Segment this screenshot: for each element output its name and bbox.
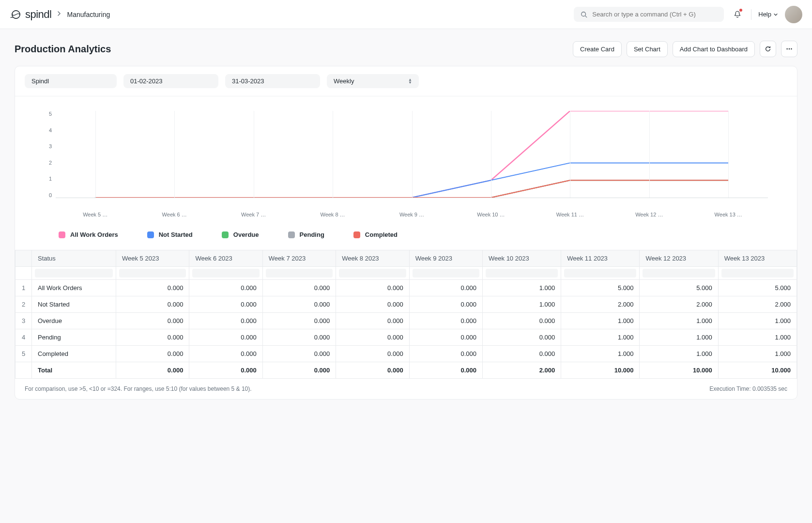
data-cell[interactable]: 1.000 <box>718 346 797 362</box>
table-header-cell[interactable]: Week 5 2023 <box>116 250 189 267</box>
table-filter-cell[interactable] <box>336 267 409 280</box>
data-cell[interactable]: 1.000 <box>483 280 561 296</box>
data-cell[interactable]: 2.000 <box>718 296 797 313</box>
company-filter[interactable]: Spindl <box>25 74 117 88</box>
svg-point-1 <box>582 12 586 16</box>
data-cell[interactable]: 0.000 <box>483 329 561 346</box>
data-cell[interactable]: 0.000 <box>262 329 336 346</box>
data-cell[interactable]: 0.000 <box>116 346 189 362</box>
data-cell[interactable]: 1.000 <box>483 296 561 313</box>
data-cell[interactable]: 1.000 <box>561 313 640 329</box>
refresh-button[interactable] <box>760 41 776 57</box>
table-header-cell[interactable]: Week 11 2023 <box>561 250 640 267</box>
data-cell[interactable]: 0.000 <box>409 329 482 346</box>
data-cell[interactable]: 0.000 <box>189 296 262 313</box>
table-header-cell[interactable]: Week 13 2023 <box>718 250 797 267</box>
data-cell[interactable]: 1.000 <box>718 329 797 346</box>
data-cell[interactable]: 0.000 <box>262 296 336 313</box>
data-cell[interactable]: 1.000 <box>640 346 718 362</box>
data-cell[interactable]: 0.000 <box>116 296 189 313</box>
breadcrumb-manufacturing[interactable]: Manufacturing <box>67 11 110 18</box>
table-filter-cell[interactable] <box>483 267 561 280</box>
legend-item[interactable]: Completed <box>353 231 398 238</box>
data-cell[interactable]: 0.000 <box>409 346 482 362</box>
data-cell[interactable]: 0.000 <box>483 346 561 362</box>
legend-item[interactable]: Pending <box>288 231 324 238</box>
data-cell[interactable]: 0.000 <box>336 329 409 346</box>
table-row: 2Not Started0.0000.0000.0000.0000.0001.0… <box>15 296 797 313</box>
to-date-filter[interactable]: 31-03-2023 <box>225 74 320 88</box>
data-cell[interactable]: 0.000 <box>262 346 336 362</box>
data-cell[interactable]: 5.000 <box>561 280 640 296</box>
data-cell[interactable]: 0.000 <box>409 296 482 313</box>
data-cell[interactable]: 1.000 <box>640 313 718 329</box>
table-header-cell[interactable]: Week 9 2023 <box>409 250 482 267</box>
data-cell[interactable]: 2.000 <box>640 296 718 313</box>
logo-area[interactable]: spindl <box>10 8 51 21</box>
status-cell[interactable]: Completed <box>32 346 116 362</box>
data-cell[interactable]: 5.000 <box>640 280 718 296</box>
search-icon <box>581 11 587 18</box>
x-tick: Week 6 … <box>135 212 214 217</box>
search-box[interactable] <box>574 7 724 22</box>
legend-label: All Work Orders <box>70 231 118 238</box>
table-header-cell[interactable]: Week 7 2023 <box>262 250 336 267</box>
create-card-button[interactable]: Create Card <box>573 41 622 57</box>
period-filter[interactable]: Weekly ▲▼ <box>327 74 419 88</box>
status-cell[interactable]: Pending <box>32 329 116 346</box>
status-cell[interactable]: Overdue <box>32 313 116 329</box>
data-cell[interactable]: 5.000 <box>718 280 797 296</box>
data-cell[interactable]: 2.000 <box>561 296 640 313</box>
table-filter-cell[interactable] <box>640 267 718 280</box>
status-cell[interactable]: Not Started <box>32 296 116 313</box>
data-cell[interactable]: 0.000 <box>336 346 409 362</box>
legend-item[interactable]: Overdue <box>222 231 259 238</box>
data-cell[interactable]: 0.000 <box>189 329 262 346</box>
data-cell[interactable]: 1.000 <box>561 329 640 346</box>
table-filter-cell[interactable] <box>189 267 262 280</box>
table-filter-cell[interactable] <box>32 267 116 280</box>
data-cell[interactable]: 0.000 <box>189 346 262 362</box>
table-header-cell[interactable]: Week 6 2023 <box>189 250 262 267</box>
data-cell[interactable]: 0.000 <box>116 280 189 296</box>
row-number: 5 <box>15 346 32 362</box>
data-cell[interactable]: 0.000 <box>262 280 336 296</box>
chart-legend: All Work OrdersNot StartedOverduePending… <box>30 224 797 250</box>
data-cell[interactable]: 0.000 <box>336 296 409 313</box>
table-header-cell[interactable]: Week 10 2023 <box>483 250 561 267</box>
table-header-cell[interactable]: Week 12 2023 <box>640 250 718 267</box>
table-filter-cell[interactable] <box>409 267 482 280</box>
set-chart-button[interactable]: Set Chart <box>627 41 668 57</box>
data-cell[interactable]: 0.000 <box>336 313 409 329</box>
data-cell[interactable]: 0.000 <box>483 313 561 329</box>
data-cell[interactable]: 0.000 <box>336 280 409 296</box>
page-header: Production Analytics Create Card Set Cha… <box>15 41 797 57</box>
legend-item[interactable]: All Work Orders <box>59 231 118 238</box>
data-cell[interactable]: 0.000 <box>409 313 482 329</box>
table-header-cell[interactable]: Week 8 2023 <box>336 250 409 267</box>
from-date-filter[interactable]: 01-02-2023 <box>123 74 218 88</box>
data-cell[interactable]: 0.000 <box>189 280 262 296</box>
notifications-button[interactable] <box>731 8 744 21</box>
table-filter-cell[interactable] <box>262 267 336 280</box>
data-cell[interactable]: 0.000 <box>262 313 336 329</box>
data-cell[interactable]: 1.000 <box>718 313 797 329</box>
table-filter-cell[interactable] <box>561 267 640 280</box>
data-cell[interactable]: 1.000 <box>561 346 640 362</box>
data-cell[interactable]: 0.000 <box>116 329 189 346</box>
data-cell[interactable]: 0.000 <box>189 313 262 329</box>
search-input[interactable] <box>592 11 717 18</box>
status-cell[interactable]: All Work Orders <box>32 280 116 296</box>
table-filter-cell[interactable] <box>116 267 189 280</box>
table-filter-cell[interactable] <box>718 267 797 280</box>
add-chart-to-dashboard-button[interactable]: Add Chart to Dashboard <box>673 41 755 57</box>
table-header-cell[interactable]: Status <box>32 250 116 267</box>
data-cell[interactable]: 0.000 <box>409 280 482 296</box>
data-cell[interactable]: 0.000 <box>116 313 189 329</box>
total-cell: 0.000 <box>409 362 482 379</box>
more-button[interactable] <box>781 41 797 57</box>
help-dropdown[interactable]: Help <box>758 11 778 18</box>
data-cell[interactable]: 1.000 <box>640 329 718 346</box>
legend-item[interactable]: Not Started <box>147 231 193 238</box>
avatar[interactable] <box>785 6 802 23</box>
